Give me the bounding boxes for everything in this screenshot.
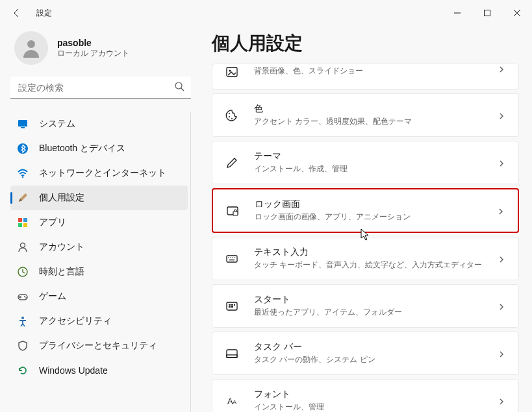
chevron-right-icon xyxy=(498,254,507,263)
sidebar-item-network[interactable]: ネットワークとインターネット xyxy=(10,161,188,186)
sidebar-item-time[interactable]: 時刻と言語 xyxy=(10,260,188,284)
settings-card-start[interactable]: スタート 最近使ったアプリ、アイテム、フォルダー xyxy=(212,284,519,328)
sidebar-item-update[interactable]: Windows Update xyxy=(10,358,188,383)
svg-rect-8 xyxy=(21,127,25,128)
svg-point-30 xyxy=(230,257,231,258)
chevron-right-icon xyxy=(498,158,507,167)
card-title: 色 xyxy=(254,103,498,115)
chevron-right-icon xyxy=(498,64,507,73)
svg-rect-33 xyxy=(229,260,234,260)
svg-rect-39 xyxy=(231,306,233,308)
card-subtitle: 背景画像、色、スライドショー xyxy=(254,66,498,77)
card-subtitle: タッチ キーボード、音声入力、絵文字など、入力方式エディター xyxy=(254,260,498,271)
svg-point-23 xyxy=(229,113,230,114)
sidebar-item-label: ネットワークとインターネット xyxy=(39,167,166,179)
lock-icon xyxy=(225,203,240,219)
sidebar-item-label: Bluetooth とデバイス xyxy=(39,143,125,154)
settings-card-background[interactable]: 背景画像、色、スライドショー xyxy=(212,64,519,90)
close-button[interactable] xyxy=(502,3,532,23)
display-icon xyxy=(17,118,29,130)
svg-rect-1 xyxy=(485,10,490,16)
sidebar-item-gaming[interactable]: ゲーム xyxy=(10,284,188,309)
settings-card-themes[interactable]: テーマ インストール、作成、管理 xyxy=(212,141,519,184)
sidebar-item-accounts[interactable]: アカウント xyxy=(10,235,188,260)
svg-point-20 xyxy=(21,317,24,319)
svg-point-4 xyxy=(27,40,35,48)
profile-sub: ローカル アカウント xyxy=(57,48,129,59)
svg-rect-13 xyxy=(18,223,22,227)
svg-rect-35 xyxy=(229,304,231,306)
sidebar-item-label: プライバシーとセキュリティ xyxy=(39,340,157,352)
keyboard-icon xyxy=(224,251,240,267)
chevron-right-icon xyxy=(498,111,507,120)
sidebar-item-label: アカウント xyxy=(39,241,84,253)
update-icon xyxy=(17,365,29,376)
svg-text:A: A xyxy=(233,399,236,406)
card-title: フォント xyxy=(254,389,498,400)
svg-point-10 xyxy=(22,176,23,178)
sidebar-item-accessibility[interactable]: アクセシビリティ xyxy=(10,309,188,333)
svg-rect-27 xyxy=(233,212,238,215)
shield-icon xyxy=(17,340,29,352)
svg-point-19 xyxy=(25,297,27,298)
sidebar-item-personalization[interactable]: 個人用設定 xyxy=(10,186,188,210)
sidebar-item-bluetooth[interactable]: Bluetooth とデバイス xyxy=(10,136,188,161)
sidebar-item-label: 時刻と言語 xyxy=(39,266,84,278)
card-title: テーマ xyxy=(254,151,498,162)
card-title: テキスト入力 xyxy=(254,247,498,258)
svg-point-31 xyxy=(232,257,233,258)
access-icon xyxy=(17,315,29,327)
card-title: タスク バー xyxy=(254,341,498,353)
sidebar-item-label: Windows Update xyxy=(39,365,108,376)
svg-line-6 xyxy=(181,88,184,91)
image-icon xyxy=(224,64,240,80)
window-title: 設定 xyxy=(36,8,52,19)
maximize-button[interactable] xyxy=(472,3,502,23)
wifi-icon xyxy=(17,167,29,179)
sidebar-item-system[interactable]: システム xyxy=(10,112,188,136)
chevron-right-icon xyxy=(498,349,507,358)
apps-icon xyxy=(17,217,29,228)
profile[interactable]: pasoble ローカル アカウント xyxy=(10,26,191,77)
palette-icon xyxy=(224,108,240,123)
search-input[interactable] xyxy=(10,77,191,99)
search-box xyxy=(10,77,191,99)
chevron-right-icon xyxy=(497,206,506,215)
svg-point-15 xyxy=(21,243,25,248)
brush-icon xyxy=(17,192,29,204)
card-title: スタート xyxy=(254,294,498,306)
sidebar-item-apps[interactable]: アプリ xyxy=(10,210,188,235)
sidebar-item-label: システム xyxy=(39,118,75,130)
svg-rect-28 xyxy=(227,256,237,262)
card-subtitle: アクセント カラー、透明度効果、配色テーマ xyxy=(254,116,498,127)
search-icon xyxy=(174,81,184,94)
settings-card-lockscreen[interactable]: ロック画面 ロック画面の画像、アプリ、アニメーション xyxy=(212,188,519,233)
back-button[interactable] xyxy=(10,6,23,19)
card-subtitle: インストール、作成、管理 xyxy=(254,164,498,175)
settings-card-taskbar[interactable]: タスク バー タスク バーの動作、システム ピン xyxy=(212,332,519,375)
settings-card-fonts[interactable]: AA フォント インストール、管理 xyxy=(212,379,519,412)
svg-rect-38 xyxy=(229,306,231,308)
start-icon xyxy=(224,298,240,314)
page-title: 個人用設定 xyxy=(212,31,519,56)
avatar xyxy=(14,31,48,65)
settings-card-colors[interactable]: 色 アクセント カラー、透明度効果、配色テーマ xyxy=(212,93,519,137)
minimize-button[interactable] xyxy=(442,3,472,23)
card-subtitle: タスク バーの動作、システム ピン xyxy=(254,354,498,365)
svg-rect-12 xyxy=(23,218,27,222)
font-icon: AA xyxy=(224,393,240,409)
svg-rect-41 xyxy=(227,355,237,357)
taskbar-icon xyxy=(224,346,240,361)
sidebar-item-label: 個人用設定 xyxy=(39,192,84,204)
settings-card-textinput[interactable]: テキスト入力 タッチ キーボード、音声入力、絵文字など、入力方式エディター xyxy=(212,237,519,280)
chevron-right-icon xyxy=(498,396,507,406)
svg-point-25 xyxy=(231,118,233,119)
svg-point-24 xyxy=(229,116,230,117)
sidebar: pasoble ローカル アカウント システム Bluetooth とデバイス … xyxy=(0,26,201,412)
bluetooth-icon xyxy=(17,143,29,154)
svg-point-5 xyxy=(175,82,182,89)
pen-icon xyxy=(224,155,240,171)
sidebar-item-privacy[interactable]: プライバシーとセキュリティ xyxy=(10,333,188,358)
profile-name: pasoble xyxy=(57,38,129,48)
chevron-right-icon xyxy=(498,302,507,311)
